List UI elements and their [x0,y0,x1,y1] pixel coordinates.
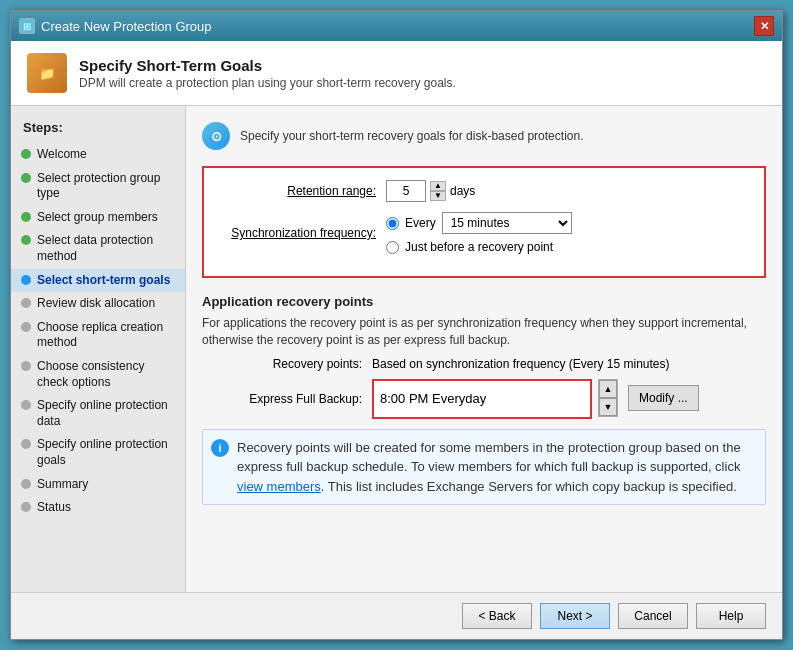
retention-row: Retention range: 5 ▲ ▼ days [216,180,752,202]
dot-replica-creation-method [21,322,31,332]
dot-short-term-goals [21,275,31,285]
titlebar: ⊞ Create New Protection Group ✕ [11,11,782,41]
every-radio[interactable] [386,217,399,230]
express-full-value-box: 8:00 PM Everyday [372,379,592,419]
just-before-label[interactable]: Just before a recovery point [405,240,553,254]
dot-welcome [21,149,31,159]
info-text: Recovery points will be created for some… [237,438,757,497]
every-radio-row: Every 15 minutes 30 minutes 1 hour 2 hou… [386,212,572,234]
sidebar-item-review-disk-allocation[interactable]: Review disk allocation [11,292,185,316]
sidebar-item-summary[interactable]: Summary [11,473,185,497]
dot-consistency-check [21,361,31,371]
description-text: Specify your short-term recovery goals f… [240,129,583,143]
app-recovery-desc: For applications the recovery point is a… [202,315,766,349]
just-before-radio-row: Just before a recovery point [386,240,572,254]
sidebar-item-status[interactable]: Status [11,496,185,520]
express-full-label: Express Full Backup: [202,392,362,406]
info-row: i Recovery points will be created for so… [202,429,766,506]
recovery-points-row: Recovery points: Based on synchronizatio… [202,357,766,371]
express-scroll-down[interactable]: ▼ [599,398,617,416]
info-text-before: Recovery points will be created for some… [237,440,741,475]
express-scroll-buttons: ▲ ▼ [598,379,618,417]
titlebar-left: ⊞ Create New Protection Group [19,18,212,34]
description-row: ⊙ Specify your short-term recovery goals… [202,122,766,150]
close-button[interactable]: ✕ [754,16,774,36]
header-bar: 📁 Specify Short-Term Goals DPM will crea… [11,41,782,106]
recovery-points-label: Recovery points: [202,357,362,371]
sidebar: Steps: Welcome Select protection group t… [11,106,186,592]
app-recovery-title: Application recovery points [202,294,766,309]
header-text: Specify Short-Term Goals DPM will create… [79,57,456,90]
description-icon: ⊙ [202,122,230,150]
footer-bar: < Back Next > Cancel Help [11,592,782,639]
sync-radio-group: Every 15 minutes 30 minutes 1 hour 2 hou… [386,212,572,254]
info-icon: i [211,439,229,457]
sidebar-item-protection-group-type[interactable]: Select protection group type [11,167,185,206]
sidebar-item-short-term-goals[interactable]: Select short-term goals [11,269,185,293]
info-text-after: . This list includes Exchange Servers fo… [321,479,737,494]
dot-protection-group-type [21,173,31,183]
retention-unit: days [450,184,475,198]
sync-row: Synchronization frequency: Every 15 minu… [216,212,752,254]
express-box-group: 8:00 PM Everyday ▲ ▼ Modify ... [372,379,699,419]
cancel-button[interactable]: Cancel [618,603,688,629]
titlebar-title: Create New Protection Group [41,19,212,34]
sidebar-item-group-members[interactable]: Select group members [11,206,185,230]
sidebar-item-replica-creation-method[interactable]: Choose replica creation method [11,316,185,355]
spinner-up-button[interactable]: ▲ [430,181,446,191]
sidebar-item-consistency-check[interactable]: Choose consistency check options [11,355,185,394]
dot-review-disk-allocation [21,298,31,308]
red-highlight-box: Retention range: 5 ▲ ▼ days Synchronizat… [202,166,766,278]
next-button[interactable]: Next > [540,603,610,629]
dot-online-protection-goals [21,439,31,449]
spinner-buttons: ▲ ▼ [430,181,446,201]
dot-data-protection-method [21,235,31,245]
every-label[interactable]: Every [405,216,436,230]
header-icon: 📁 [27,53,67,93]
spinner-down-button[interactable]: ▼ [430,191,446,201]
main-content: ⊙ Specify your short-term recovery goals… [186,106,782,592]
back-button[interactable]: < Back [462,603,532,629]
dot-status [21,502,31,512]
modify-button[interactable]: Modify ... [628,385,699,411]
sidebar-item-online-protection-data[interactable]: Specify online protection data [11,394,185,433]
dot-group-members [21,212,31,222]
express-full-row: Express Full Backup: 8:00 PM Everyday ▲ … [202,379,766,419]
view-members-link[interactable]: view members [237,479,321,494]
sidebar-item-online-protection-goals[interactable]: Specify online protection goals [11,433,185,472]
main-window: ⊞ Create New Protection Group ✕ 📁 Specif… [10,10,783,640]
express-input-wrapper: 8:00 PM Everyday [372,379,592,419]
sidebar-item-data-protection-method[interactable]: Select data protection method [11,229,185,268]
sidebar-title: Steps: [11,116,185,143]
titlebar-app-icon: ⊞ [19,18,35,34]
express-full-value: 8:00 PM Everyday [380,391,486,406]
freq-dropdown-group: 15 minutes 30 minutes 1 hour 2 hours 4 h… [442,212,572,234]
just-before-radio[interactable] [386,241,399,254]
retention-input[interactable]: 5 [386,180,426,202]
express-scroll-up[interactable]: ▲ [599,380,617,398]
help-button[interactable]: Help [696,603,766,629]
dot-online-protection-data [21,400,31,410]
sync-label: Synchronization frequency: [216,226,376,240]
header-title: Specify Short-Term Goals [79,57,456,74]
retention-spinner-group: 5 ▲ ▼ days [386,180,475,202]
sidebar-item-welcome[interactable]: Welcome [11,143,185,167]
retention-label: Retention range: [216,184,376,198]
recovery-points-value: Based on synchronization frequency (Ever… [372,357,670,371]
dot-summary [21,479,31,489]
content-area: Steps: Welcome Select protection group t… [11,106,782,592]
frequency-select[interactable]: 15 minutes 30 minutes 1 hour 2 hours 4 h… [442,212,572,234]
header-subtitle: DPM will create a protection plan using … [79,76,456,90]
